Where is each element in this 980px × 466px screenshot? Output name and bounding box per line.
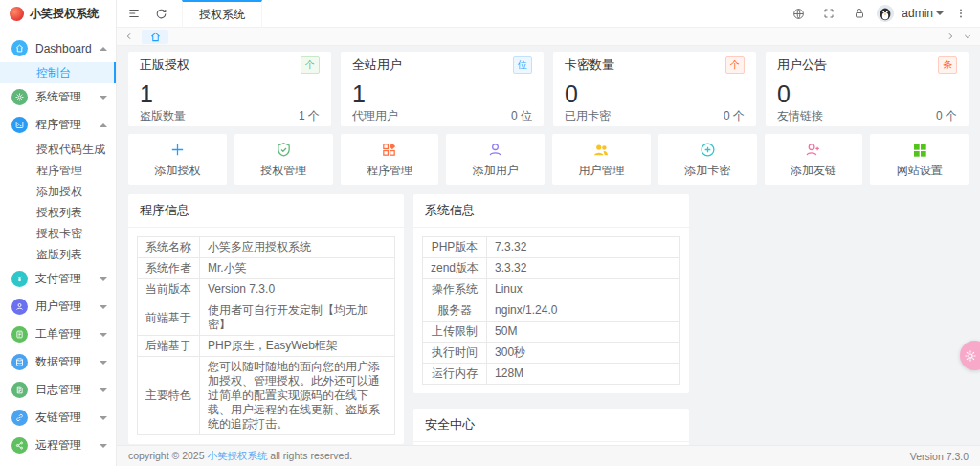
chevron-down-icon [100,388,107,392]
site-settings-button[interactable]: 网站设置 [870,134,969,185]
user-plus-icon [805,141,821,160]
program-info-table: 系统名称小笑多应用授权系统 系统作者Mr.小笑 当前版本Version 7.3.… [137,236,395,435]
chevron-down-icon [100,277,107,281]
stat-title: 全站用户 [352,56,402,74]
table-row: 上传限制50M [423,322,680,343]
sidebar-subitem-auth-code-gen[interactable]: 授权代码生成 [0,139,116,160]
sidebar-menu: Dashboard 控制台 系统管理 程序管理 授权代码生成 程序管理 添加授权… [0,34,116,459]
sidebar-item-links[interactable]: 友链管理 [0,404,116,432]
sidebar-item-label: 支付管理 [35,271,92,287]
user-menu[interactable]: admin [902,7,944,20]
sidebar-toggle-icon[interactable] [121,0,147,27]
stat-foot-value: 0 个 [936,108,957,124]
sidebar-item-dashboard[interactable]: Dashboard [0,34,116,62]
home-tab[interactable] [142,30,168,44]
palette-icon [964,349,977,363]
tabs-scroll-left-icon[interactable] [121,28,138,46]
sidebar-item-ticket[interactable]: 工单管理 [0,321,116,348]
stat-foot-label: 盗版数量 [140,108,186,124]
database-icon [11,354,28,370]
sidebar-item-users[interactable]: 用户管理 [0,293,116,321]
app-logo-icon [10,7,24,21]
sidebar-subitem-console[interactable]: 控制台 [0,62,116,83]
stat-title: 卡密数量 [565,56,614,74]
payment-icon [11,271,28,287]
brand-link[interactable]: 小笑授权系统 [207,450,267,461]
active-page-tab[interactable]: 授权系统 [182,0,262,28]
remote-icon [11,437,28,454]
tabs-dropdown-icon[interactable] [959,28,976,46]
sidebar-item-log[interactable]: 日志管理 [0,376,116,404]
panel-title: 安全中心 [413,409,689,442]
table-row: 运行内存128M [423,364,680,385]
unit-badge: 个 [301,56,320,74]
user-manage-button[interactable]: 用户管理 [552,134,651,185]
add-auth-button[interactable]: 添加授权 [128,134,227,185]
sidebar-subitem-add-auth[interactable]: 添加授权 [0,181,116,202]
sidebar-subitem-auth-card[interactable]: 授权卡密 [0,223,116,244]
table-row: 服务器nginx/1.24.0 [423,300,680,322]
chevron-up-icon [100,47,107,51]
refresh-icon[interactable] [147,0,174,27]
add-card-key-button[interactable]: 添加卡密 [658,134,757,185]
table-row: 操作系统Linux [423,279,680,300]
chevron-up-icon [100,123,107,127]
stat-card-genuine-auth: 正版授权 个 1 盗版数量 1 个 [128,52,331,126]
stat-value: 1 [128,78,331,108]
sidebar-item-remote[interactable]: 远程管理 [0,432,116,459]
stat-foot-value: 0 位 [511,108,532,124]
sidebar-item-data[interactable]: 数据管理 [0,348,116,376]
chevron-down-icon [100,96,107,100]
panel-title: 系统信息 [413,194,689,228]
ticket-icon [11,326,28,343]
table-row: 系统作者Mr.小笑 [138,258,395,279]
table-row: zend版本3.3.32 [423,258,680,279]
table-row: 系统名称小笑多应用授权系统 [138,237,395,258]
sidebar-item-label: 用户管理 [35,299,92,315]
system-info-table: PHP版本7.3.32 zend版本3.3.32 操作系统Linux 服务器ng… [422,236,680,385]
sidebar-subitem-pirate-list[interactable]: 盗版列表 [0,244,116,265]
username: admin [902,7,933,20]
user-avatar[interactable] [877,5,894,22]
chevron-down-icon [100,444,107,448]
sidebar-item-label: 友链管理 [35,410,92,426]
sidebar-item-label: 系统管理 [35,89,92,105]
stat-value: 0 [553,78,756,108]
chevron-down-icon [936,11,944,15]
windows-grid-icon [912,141,927,160]
tabs-bar [117,28,980,46]
shield-check-icon [276,141,292,160]
stats-row: 正版授权 个 1 盗版数量 1 个 全站用户 位 1 代理用户 0 位 卡密数量 [128,52,969,126]
add-user-button[interactable]: 添加用户 [446,134,545,185]
stat-title: 用户公告 [777,56,827,74]
sidebar-item-label: 日志管理 [35,382,92,398]
program-info-panel: 程序信息 系统名称小笑多应用授权系统 系统作者Mr.小笑 当前版本Version… [128,194,404,444]
chevron-down-icon [100,305,107,309]
program-manage-button[interactable]: 程序管理 [341,134,439,185]
add-friend-link-button[interactable]: 添加友链 [765,134,863,185]
sidebar-item-payment[interactable]: 支付管理 [0,265,116,293]
sidebar-item-program[interactable]: 程序管理 [0,111,116,139]
lock-screen-icon[interactable] [846,0,873,27]
sidebar-subitem-program-manage[interactable]: 程序管理 [0,160,116,181]
table-row: 后端基于PHP原生，EasyWeb框架 [138,336,395,357]
stat-value: 0 [766,78,969,108]
gear-icon [11,89,28,105]
version-label: Version 7.3.0 [910,451,969,462]
tabs-scroll-right-icon[interactable] [942,28,959,46]
more-vertical-icon[interactable] [947,0,974,27]
app-title: 小笑授权系统 [30,6,99,22]
sidebar-item-system[interactable]: 系统管理 [0,83,116,111]
table-row: 当前版本Version 7.3.0 [138,279,395,300]
log-icon [11,382,28,398]
sidebar-item-label: 远程管理 [35,437,92,454]
page-footer: copyright © 2025 小笑授权系统 all rights reser… [117,445,980,466]
fullscreen-icon[interactable] [815,0,842,27]
stat-foot-label: 已用卡密 [565,108,611,124]
language-globe-icon[interactable] [785,0,812,27]
sidebar-subitem-auth-list[interactable]: 授权列表 [0,202,116,223]
app-logo[interactable]: 小笑授权系统 [0,0,116,28]
panel-title: 程序信息 [128,194,404,228]
stat-card-announcements: 用户公告 条 0 友情链接 0 个 [766,52,969,126]
auth-manage-button[interactable]: 授权管理 [234,134,333,185]
